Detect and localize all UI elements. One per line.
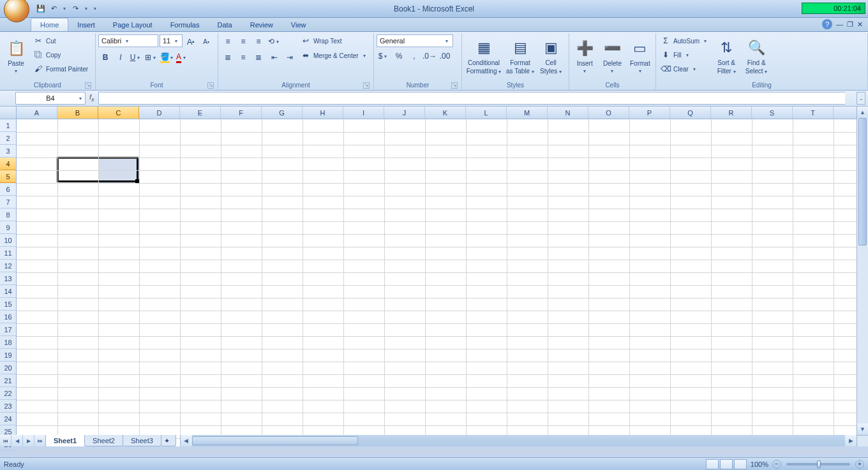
- row-header-7[interactable]: 7: [0, 196, 16, 209]
- font-expander[interactable]: ↘: [207, 82, 214, 89]
- row-header-21[interactable]: 21: [0, 374, 16, 387]
- scroll-up-button[interactable]: ▲: [857, 106, 868, 118]
- row-header-9[interactable]: 9: [0, 221, 16, 234]
- fill-button[interactable]: ⬇Fill▾: [659, 48, 710, 61]
- tab-review[interactable]: Review: [241, 18, 282, 31]
- align-left-button[interactable]: ≣: [221, 50, 235, 64]
- row-header-15[interactable]: 15: [0, 298, 16, 311]
- column-header-R[interactable]: R: [711, 106, 752, 119]
- row-header-2[interactable]: 2: [0, 132, 16, 145]
- sheet-tab-2[interactable]: Sheet2: [84, 435, 123, 446]
- tab-nav-next[interactable]: ▶: [23, 435, 34, 446]
- row-header-6[interactable]: 6: [0, 183, 16, 196]
- merge-center-button[interactable]: ⬌Merge & Center▾: [299, 49, 370, 62]
- vertical-scroll-thumb[interactable]: [858, 118, 867, 246]
- row-header-1[interactable]: 1: [0, 119, 16, 132]
- row-header-18[interactable]: 18: [0, 336, 16, 349]
- sheet-tab-3[interactable]: Sheet3: [123, 435, 161, 446]
- zoom-in-button[interactable]: +: [855, 460, 864, 469]
- sheet-tab-1[interactable]: Sheet1: [45, 435, 85, 446]
- row-header-10[interactable]: 10: [0, 234, 16, 247]
- undo-icon[interactable]: ↶: [49, 4, 59, 14]
- align-top-button[interactable]: ≡: [221, 34, 235, 48]
- column-header-P[interactable]: P: [629, 106, 670, 119]
- name-box[interactable]: B4▾: [15, 92, 86, 105]
- tab-nav-first[interactable]: ⏮: [0, 435, 11, 446]
- clipboard-expander[interactable]: ↘: [85, 82, 91, 89]
- format-button[interactable]: ▭Format▾: [627, 34, 653, 78]
- alignment-expander[interactable]: ↘: [363, 82, 370, 89]
- tab-nav-prev[interactable]: ◀: [11, 435, 23, 446]
- clear-button[interactable]: ⌫Clear▾: [659, 62, 710, 75]
- comma-button[interactable]: ,: [407, 49, 421, 63]
- horizontal-scrollbar[interactable]: ◀ ▶: [180, 435, 857, 446]
- column-header-E[interactable]: E: [180, 106, 221, 119]
- autosum-button[interactable]: ΣAutoSum▾: [659, 34, 710, 47]
- tab-nav-last[interactable]: ⏭: [34, 435, 46, 446]
- cells-area[interactable]: [17, 119, 857, 435]
- tab-data[interactable]: Data: [208, 18, 241, 31]
- number-format-combo[interactable]: General▾: [377, 34, 453, 47]
- row-header-22[interactable]: 22: [0, 387, 16, 400]
- scroll-left-button[interactable]: ◀: [181, 435, 192, 446]
- help-icon[interactable]: ?: [822, 19, 832, 29]
- percent-button[interactable]: %: [392, 49, 406, 63]
- conditional-formatting-button[interactable]: ▦ Conditional Formatting ▾: [465, 34, 503, 78]
- wrap-text-button[interactable]: ↩Wrap Text: [299, 34, 370, 47]
- tab-home[interactable]: Home: [31, 18, 68, 31]
- decrease-indent-button[interactable]: ⇤: [267, 50, 281, 64]
- shrink-font-button[interactable]: A▾: [199, 34, 213, 48]
- column-header-L[interactable]: L: [466, 106, 507, 119]
- row-header-8[interactable]: 8: [0, 209, 16, 221]
- font-size-combo[interactable]: 11▾: [160, 34, 183, 47]
- column-header-O[interactable]: O: [588, 106, 629, 119]
- insert-button[interactable]: ➕Insert▾: [572, 34, 597, 78]
- column-header-H[interactable]: H: [303, 106, 343, 119]
- column-header-N[interactable]: N: [548, 106, 588, 119]
- close-icon[interactable]: ✕: [857, 20, 863, 29]
- italic-button[interactable]: I: [114, 50, 128, 64]
- row-header-20[interactable]: 20: [0, 362, 16, 374]
- zoom-slider[interactable]: [786, 463, 850, 466]
- name-box-dropdown[interactable]: ▾: [77, 96, 84, 101]
- page-layout-view-button[interactable]: [720, 459, 733, 469]
- grow-font-button[interactable]: A▴: [184, 34, 198, 48]
- save-icon[interactable]: 💾: [36, 4, 46, 14]
- orientation-button[interactable]: ⟲▾: [267, 34, 281, 48]
- accounting-button[interactable]: $▾: [377, 49, 391, 63]
- redo-dropdown[interactable]: ▾: [83, 4, 89, 14]
- underline-button[interactable]: U▾: [129, 50, 143, 64]
- tab-view[interactable]: View: [282, 18, 315, 31]
- increase-indent-button[interactable]: ⇥: [283, 50, 297, 64]
- border-button[interactable]: ⊞▾: [144, 50, 158, 64]
- fx-icon[interactable]: fx: [89, 93, 94, 103]
- column-header-S[interactable]: S: [752, 106, 793, 119]
- fill-color-button[interactable]: 🪣▾: [160, 50, 174, 64]
- format-as-table-button[interactable]: ▤ Format as Table ▾: [505, 34, 535, 78]
- tab-formulas[interactable]: Formulas: [161, 18, 209, 31]
- sort-filter-button[interactable]: ⇅ Sort & Filter ▾: [712, 34, 740, 78]
- undo-dropdown[interactable]: ▾: [61, 4, 68, 14]
- row-header-23[interactable]: 23: [0, 400, 16, 413]
- column-header-I[interactable]: I: [343, 106, 384, 119]
- column-header-A[interactable]: A: [17, 106, 57, 119]
- zoom-level[interactable]: 100%: [751, 460, 768, 468]
- align-center-button[interactable]: ≡: [236, 50, 250, 64]
- scroll-down-button[interactable]: ▼: [857, 423, 868, 435]
- row-header-24[interactable]: 24: [0, 413, 16, 425]
- align-bottom-button[interactable]: ≡: [251, 34, 266, 48]
- formula-bar-expand[interactable]: ⌄: [857, 92, 865, 105]
- select-all-corner[interactable]: [0, 106, 17, 119]
- normal-view-button[interactable]: [706, 459, 719, 469]
- column-header-B[interactable]: B: [57, 106, 98, 119]
- page-break-view-button[interactable]: [734, 459, 747, 469]
- zoom-knob[interactable]: [817, 460, 821, 468]
- redo-icon[interactable]: ↷: [70, 4, 80, 14]
- row-header-13[interactable]: 13: [0, 272, 16, 285]
- zoom-out-button[interactable]: −: [772, 460, 781, 469]
- delete-button[interactable]: ➖Delete▾: [599, 34, 625, 78]
- paste-button[interactable]: 📋 Paste ▾: [3, 34, 29, 78]
- find-select-button[interactable]: 🔍 Find & Select ▾: [742, 34, 770, 78]
- tab-insert[interactable]: Insert: [68, 18, 104, 31]
- column-header-D[interactable]: D: [139, 106, 180, 119]
